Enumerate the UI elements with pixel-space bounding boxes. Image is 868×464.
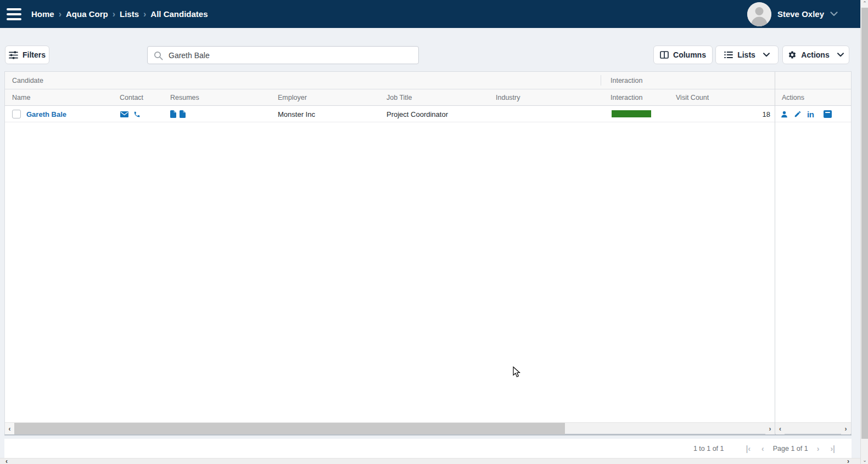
job-title-cell: Project Coordinator	[387, 106, 448, 122]
linkedin-icon[interactable]: in	[807, 110, 814, 119]
columns-label: Columns	[673, 50, 706, 59]
employer-cell: Monster Inc	[278, 106, 315, 122]
group-header-interaction: Interaction	[611, 72, 642, 89]
edit-icon[interactable]	[794, 110, 802, 118]
breadcrumb: Home › Aqua Corp › Lists › All Candidate…	[31, 0, 208, 28]
column-header-name[interactable]: Name	[12, 89, 30, 106]
group-header-candidate: Candidate	[12, 72, 43, 89]
chevron-down-icon[interactable]	[830, 12, 838, 16]
lists-label: Lists	[737, 50, 755, 59]
column-header-actions[interactable]: Actions	[782, 89, 804, 106]
sliders-icon	[9, 51, 18, 59]
resume-icon[interactable]	[170, 110, 176, 118]
grid-group-header-row: Candidate Interaction	[5, 72, 851, 89]
actions-label: Actions	[801, 50, 829, 59]
interaction-bar	[612, 110, 651, 117]
vscroll-thumb[interactable]	[861, 8, 868, 439]
candidates-grid: Candidate Interaction Name Contact Resum…	[4, 71, 852, 435]
filters-button[interactable]: Filters	[5, 46, 49, 64]
column-header-industry[interactable]: Industry	[496, 89, 520, 106]
scroll-up-button[interactable]: ⌃	[861, 1, 868, 6]
pagination-bar: 1 to 1 of 1 |‹ ‹ Page 1 of 1 › ›|	[4, 439, 852, 458]
page-indicator: Page 1 of 1	[773, 445, 808, 452]
candidate-name-link[interactable]: Gareth Bale	[26, 110, 66, 118]
search-input[interactable]	[148, 47, 418, 64]
archive-icon[interactable]	[824, 110, 832, 118]
chevron-right-icon: ›	[59, 9, 61, 19]
phone-icon[interactable]	[133, 111, 141, 118]
row-actions: in	[780, 106, 846, 122]
column-header-contact[interactable]: Contact	[120, 89, 143, 106]
scroll-left-button[interactable]: ‹	[5, 423, 14, 434]
next-page-button[interactable]: ›	[817, 444, 820, 453]
breadcrumb-aqua-corp[interactable]: Aqua Corp	[66, 9, 108, 19]
scroll-down-button[interactable]: ⌄	[861, 457, 868, 463]
last-page-button[interactable]: ›|	[830, 444, 835, 453]
actions-button[interactable]: Actions	[782, 46, 849, 64]
user-name[interactable]: Steve Oxley	[777, 9, 824, 19]
person-silhouette-icon	[747, 2, 771, 26]
user-menu[interactable]: Steve Oxley	[747, 0, 838, 28]
email-icon[interactable]	[120, 111, 128, 117]
hscroll-thumb[interactable]	[14, 423, 565, 434]
scroll-left-button[interactable]: ‹	[5, 458, 8, 464]
chevron-down-icon	[837, 53, 844, 57]
row-checkbox[interactable]	[12, 110, 21, 118]
user-icon[interactable]	[780, 110, 788, 118]
resume-icon[interactable]	[180, 110, 186, 118]
breadcrumb-home[interactable]: Home	[31, 9, 54, 19]
search-box	[147, 46, 419, 64]
visit-count-cell: 18	[719, 106, 770, 122]
column-header-visit-count[interactable]: Visit Count	[676, 89, 709, 106]
page-vertical-scrollbar[interactable]: ⌃ ⌄	[860, 0, 868, 464]
breadcrumb-all-candidates[interactable]: All Candidates	[150, 9, 208, 19]
chevron-right-icon: ›	[113, 9, 115, 19]
columns-icon	[660, 51, 669, 59]
column-header-employer[interactable]: Employer	[278, 89, 307, 106]
lists-button[interactable]: Lists	[715, 46, 779, 64]
table-row: Gareth Bale Monster Inc Project Coord	[5, 106, 851, 122]
grid-horizontal-scrollbar[interactable]: ‹ › ‹ ›	[5, 422, 851, 434]
hamburger-menu-icon[interactable]	[7, 8, 21, 20]
app-window: Home › Aqua Corp › Lists › All Candidate…	[0, 0, 868, 464]
first-page-button[interactable]: |‹	[746, 444, 751, 453]
page-horizontal-scrollbar[interactable]: ‹ ›	[0, 458, 860, 464]
scroll-right-button[interactable]: ›	[847, 458, 849, 464]
chevron-down-icon	[763, 53, 770, 57]
columns-button[interactable]: Columns	[653, 46, 713, 64]
column-header-job-title[interactable]: Job Title	[387, 89, 412, 106]
scroll-right-button[interactable]: ›	[765, 423, 775, 434]
pinned-column-divider[interactable]	[775, 72, 775, 434]
top-navbar: Home › Aqua Corp › Lists › All Candidate…	[0, 0, 860, 28]
row-range-text: 1 to 1 of 1	[693, 445, 724, 452]
column-header-resumes[interactable]: Resumes	[170, 89, 199, 106]
column-header-interaction[interactable]: Interaction	[611, 89, 642, 106]
gear-icon	[788, 50, 797, 59]
pinned-scroll-right-button[interactable]: ›	[841, 423, 850, 434]
pinned-scroll-left-button[interactable]: ‹	[776, 423, 785, 434]
list-icon	[724, 51, 733, 59]
avatar[interactable]	[747, 2, 771, 26]
filters-label: Filters	[23, 50, 46, 59]
breadcrumb-lists[interactable]: Lists	[120, 9, 139, 19]
grid-header-row: Name Contact Resumes Employer Job Title …	[5, 89, 851, 106]
mouse-cursor	[513, 366, 520, 378]
previous-page-button[interactable]: ‹	[761, 444, 764, 453]
chevron-right-icon: ›	[143, 9, 146, 19]
